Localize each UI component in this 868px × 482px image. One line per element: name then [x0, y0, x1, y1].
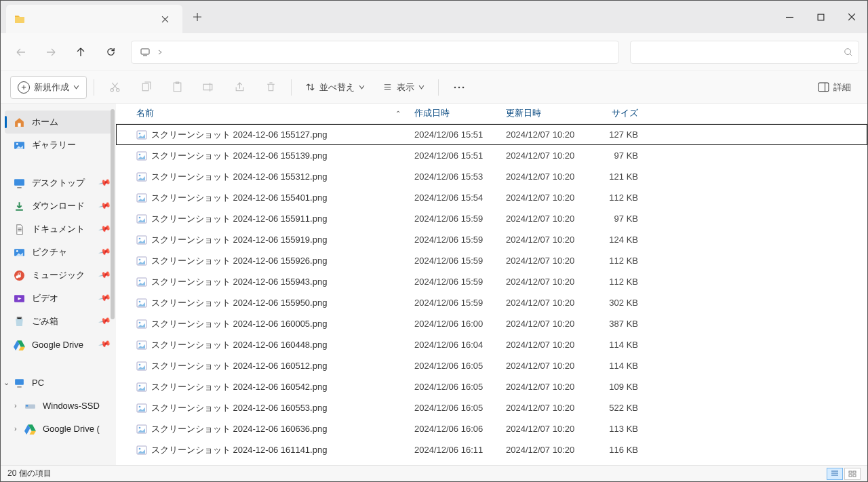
pc-icon[interactable]: [137, 45, 153, 59]
picture-icon: [13, 246, 25, 258]
gallery-icon: [13, 139, 25, 151]
view-button[interactable]: 表示: [376, 76, 431, 99]
sort-button[interactable]: 並べ替え: [298, 76, 372, 99]
new-tab-button[interactable]: [182, 1, 212, 33]
pc-icon: [13, 376, 25, 388]
column-header-created[interactable]: 作成日時: [408, 108, 499, 119]
file-row[interactable]: スクリーンショット 2024-12-06 160553.png2024/12/0…: [116, 397, 867, 418]
new-button[interactable]: + 新規作成: [10, 76, 87, 99]
image-file-icon: [136, 319, 147, 329]
search-icon: [844, 47, 853, 57]
column-header-name[interactable]: 名前 ⌃: [130, 108, 408, 119]
file-modified: 2024/12/07 10:20: [499, 193, 591, 203]
file-row[interactable]: スクリーンショット 2024-12-06 155943.png2024/12/0…: [116, 271, 867, 292]
file-modified: 2024/12/07 10:20: [499, 298, 591, 308]
file-modified: 2024/12/07 10:20: [499, 445, 591, 455]
file-name: スクリーンショット 2024-12-06 160636.png: [151, 423, 327, 435]
file-row[interactable]: スクリーンショット 2024-12-06 160636.png2024/12/0…: [116, 418, 867, 439]
svg-point-38: [139, 279, 141, 281]
delete-button[interactable]: [257, 76, 284, 99]
refresh-button[interactable]: [98, 40, 123, 64]
sidebar-item-pictures[interactable]: ピクチャ 📌: [1, 241, 116, 264]
svg-point-48: [139, 384, 141, 386]
separator: [94, 79, 94, 96]
file-row[interactable]: スクリーンショット 2024-12-06 155950.png2024/12/0…: [116, 292, 867, 313]
file-row[interactable]: スクリーンショット 2024-12-06 155312.png2024/12/0…: [116, 166, 867, 187]
file-row[interactable]: スクリーンショット 2024-12-06 155911.png2024/12/0…: [116, 208, 867, 229]
details-view-button[interactable]: [827, 468, 843, 480]
back-button[interactable]: [9, 40, 33, 64]
file-size: 112 KB: [591, 277, 645, 287]
image-file-icon: [136, 361, 147, 371]
file-row[interactable]: スクリーンショット 2024-12-06 160005.png2024/12/0…: [116, 313, 867, 334]
sidebar-scrollbar[interactable]: [111, 109, 115, 460]
column-header-size[interactable]: サイズ: [591, 108, 645, 119]
maximize-button[interactable]: [805, 1, 836, 33]
paste-button[interactable]: [163, 76, 191, 99]
sidebar-item-recycle[interactable]: ごみ箱 📌: [1, 310, 116, 333]
image-file-icon: [136, 445, 147, 456]
file-row[interactable]: スクリーンショット 2024-12-06 155401.png2024/12/0…: [116, 187, 867, 208]
details-pane-button[interactable]: 詳細: [811, 76, 858, 99]
file-modified: 2024/12/07 10:20: [499, 424, 591, 434]
separator: [438, 79, 439, 96]
image-file-icon: [136, 424, 147, 435]
sidebar-label: ダウンロード: [32, 200, 85, 212]
thumbnails-view-button[interactable]: [844, 468, 861, 480]
window-controls: [774, 1, 867, 33]
chevron-down-icon[interactable]: ⌄: [3, 378, 9, 387]
close-button[interactable]: [836, 1, 867, 33]
minimize-button[interactable]: [774, 1, 805, 33]
file-created: 2024/12/06 16:11: [408, 445, 499, 455]
sort-asc-icon: ⌃: [395, 110, 401, 117]
up-button[interactable]: [68, 40, 93, 64]
sidebar-item-documents[interactable]: ドキュメント 📌: [1, 218, 116, 241]
svg-rect-22: [26, 405, 28, 406]
details-label: 詳細: [833, 81, 851, 94]
share-button[interactable]: [226, 76, 253, 99]
window-tab[interactable]: [6, 5, 182, 33]
file-row[interactable]: スクリーンショット 2024-12-06 160542.png2024/12/0…: [116, 376, 867, 397]
column-header-modified[interactable]: 更新日時: [499, 108, 591, 119]
file-name: スクリーンショット 2024-12-06 155919.png: [151, 234, 327, 246]
image-file-icon: [136, 235, 147, 245]
copy-button[interactable]: [132, 76, 159, 99]
file-row[interactable]: スクリーンショット 2024-12-06 155127.png2024/12/0…: [116, 124, 867, 145]
file-created: 2024/12/06 15:51: [408, 150, 499, 161]
search-box[interactable]: [630, 41, 859, 64]
svg-point-50: [139, 405, 141, 407]
file-row[interactable]: スクリーンショット 2024-12-06 155926.png2024/12/0…: [116, 250, 867, 271]
file-row[interactable]: スクリーンショット 2024-12-06 155139.png2024/12/0…: [116, 145, 867, 166]
rename-button[interactable]: [195, 76, 222, 99]
sidebar-item-downloads[interactable]: ダウンロード 📌: [1, 195, 116, 218]
sidebar-item-videos[interactable]: ビデオ 📌: [1, 287, 116, 310]
search-input[interactable]: [636, 47, 844, 57]
folder-icon: [14, 14, 25, 24]
chevron-right-icon[interactable]: [157, 49, 163, 55]
file-row[interactable]: スクリーンショット 2024-12-06 161141.png2024/12/0…: [116, 439, 867, 460]
file-created: 2024/12/06 16:05: [408, 382, 499, 392]
svg-point-14: [16, 142, 18, 144]
tab-close-button[interactable]: [155, 9, 174, 28]
file-row[interactable]: スクリーンショット 2024-12-06 155919.png2024/12/0…: [116, 229, 867, 250]
svg-rect-12: [818, 83, 829, 92]
breadcrumb[interactable]: [131, 41, 619, 64]
chevron-right-icon[interactable]: ›: [14, 401, 17, 409]
sidebar-label: ビデオ: [32, 292, 58, 304]
image-file-icon: [136, 340, 147, 350]
music-icon: [13, 269, 25, 281]
file-row[interactable]: スクリーンショット 2024-12-06 160448.png2024/12/0…: [116, 334, 867, 355]
sidebar-item-gallery[interactable]: ギャラリー: [1, 134, 116, 157]
file-row[interactable]: スクリーンショット 2024-12-06 160512.png2024/12/0…: [116, 355, 867, 376]
sidebar-item-pc[interactable]: ⌄ PC: [1, 371, 116, 394]
sidebar-item-home[interactable]: ホーム: [5, 111, 112, 134]
sidebar-item-windows-ssd[interactable]: › Windows-SSD: [1, 394, 116, 417]
sidebar-item-gdrive-drive[interactable]: › Google Drive (: [1, 417, 116, 440]
sidebar-item-gdrive[interactable]: Google Drive 📌: [1, 333, 116, 356]
forward-button[interactable]: [39, 40, 63, 64]
cut-button[interactable]: [101, 76, 128, 99]
sidebar-item-desktop[interactable]: デスクトップ 📌: [1, 172, 116, 195]
more-button[interactable]: [446, 76, 473, 99]
sidebar-item-music[interactable]: ミュージック 📌: [1, 264, 116, 287]
chevron-right-icon[interactable]: ›: [14, 424, 17, 433]
